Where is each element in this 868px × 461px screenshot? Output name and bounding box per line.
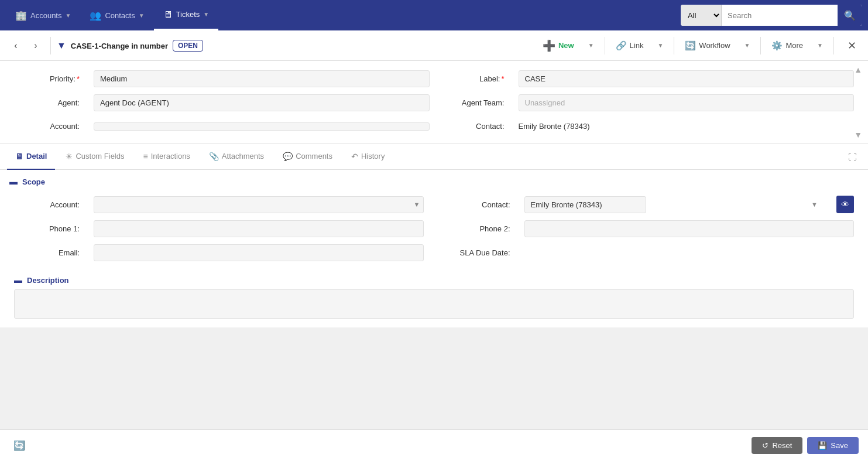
nav-tickets[interactable]: 🖥 Tickets ▼ xyxy=(154,0,219,30)
scope-account-input[interactable] xyxy=(94,196,424,213)
reset-label: Reset xyxy=(772,441,792,450)
tab-detail[interactable]: 🖥 Detail xyxy=(7,144,55,170)
workflow-button[interactable]: 🔄 Workflow xyxy=(679,36,736,56)
contact-value: Emily Bronte (78343) xyxy=(519,118,855,134)
comments-tab-label: Comments xyxy=(296,152,332,161)
tickets-chevron: ▼ xyxy=(203,11,209,18)
description-collapse-button[interactable]: ▬ xyxy=(14,275,22,285)
description-section: ▬ Description xyxy=(0,271,868,327)
ticket-form-grid: Priority: Medium Label: CASE Agent: Agen… xyxy=(14,70,854,134)
contact-label: Contact: xyxy=(439,122,509,131)
search-bar: All 🔍 xyxy=(681,5,862,26)
workflow-dropdown-button[interactable]: ▼ xyxy=(737,36,756,56)
priority-label: Priority: xyxy=(14,74,84,83)
description-section-header: ▬ Description xyxy=(14,271,854,289)
close-button[interactable]: ✕ xyxy=(842,36,861,55)
scope-contact-view-button[interactable]: 👁 xyxy=(836,196,854,213)
scope-phone1-input[interactable] xyxy=(94,220,424,237)
nav-contacts[interactable]: 👥 Contacts ▼ xyxy=(80,0,153,30)
comments-tab-icon: 💬 xyxy=(283,152,293,161)
agent-team-value[interactable]: Unassigned xyxy=(519,94,855,111)
scroll-down-arrow[interactable]: ▼ xyxy=(854,131,862,139)
description-input[interactable] xyxy=(14,289,854,319)
search-button[interactable]: 🔍 xyxy=(838,5,862,26)
search-input[interactable] xyxy=(722,11,838,20)
footer-left: 🔄 xyxy=(9,436,29,456)
tab-attachments[interactable]: 📎 Attachments xyxy=(201,144,272,170)
top-navigation: 🏢 Accounts ▼ 👥 Contacts ▼ 🖥 Tickets ▼ Al… xyxy=(0,0,868,30)
contacts-chevron: ▼ xyxy=(139,12,145,19)
nav-contacts-label: Contacts xyxy=(105,11,135,20)
interactions-tab-icon: ≡ xyxy=(143,152,147,161)
scope-phone1-wrap xyxy=(94,220,424,237)
account-label: Account: xyxy=(14,122,84,131)
agent-label: Agent: xyxy=(14,98,84,107)
account-value[interactable] xyxy=(94,122,430,131)
scope-section-header: ▬ Scope xyxy=(0,170,868,191)
interactions-tab-label: Interactions xyxy=(151,152,190,161)
scroll-up-arrow[interactable]: ▲ xyxy=(854,66,862,74)
scope-email-input[interactable] xyxy=(94,244,424,261)
tab-comments[interactable]: 💬 Comments xyxy=(275,144,341,170)
ticket-collapse-button[interactable]: ▼ xyxy=(57,40,66,51)
tab-interactions[interactable]: ≡ Interactions xyxy=(135,144,198,170)
detail-tab-label: Detail xyxy=(26,152,47,161)
scope-contact-wrap: ▼ 👁 xyxy=(524,196,855,213)
scope-account-wrap: ▼ xyxy=(94,196,424,213)
history-tab-icon: ↶ xyxy=(351,152,358,161)
footer: 🔄 ↺ Reset 💾 Save xyxy=(0,429,868,461)
detail-area: ▬ Scope Account: ▼ Contact: ▼ 👁 Phone 1:… xyxy=(0,170,868,327)
agent-value[interactable]: Agent Doc (AGENT) xyxy=(94,94,430,111)
toolbar-actions: ➕ New ▼ 🔗 Link ▼ 🔄 Workflow ▼ ⚙️ More ▼ xyxy=(537,36,861,56)
more-button[interactable]: ⚙️ More xyxy=(766,36,809,56)
scope-contact-input[interactable] xyxy=(524,196,646,213)
save-button[interactable]: 💾 Save xyxy=(807,437,859,454)
link-dropdown-button[interactable]: ▼ xyxy=(650,36,669,56)
refresh-button[interactable]: 🔄 xyxy=(9,436,29,456)
scope-collapse-button[interactable]: ▬ xyxy=(9,177,18,186)
next-button[interactable]: › xyxy=(27,37,44,54)
link-button[interactable]: 🔗 Link xyxy=(610,36,650,56)
scope-account-label: Account: xyxy=(14,200,84,209)
scope-email-wrap xyxy=(94,244,424,261)
tickets-icon: 🖥 xyxy=(163,9,173,20)
toolbar-divider-2 xyxy=(605,37,605,54)
gear-icon: ⚙️ xyxy=(771,40,783,51)
tabs-bar: 🖥 Detail ✳ Custom Fields ≡ Interactions … xyxy=(0,144,868,170)
scope-contact-label: Contact: xyxy=(433,200,515,209)
new-button[interactable]: ➕ New xyxy=(537,36,580,56)
fullscreen-button[interactable]: ⛶ xyxy=(843,148,861,166)
custom-fields-tab-label: Custom Fields xyxy=(76,152,124,161)
label-label: Label: xyxy=(439,74,509,83)
workflow-icon: 🔄 xyxy=(685,40,696,51)
toolbar-divider-1 xyxy=(50,37,51,54)
footer-right: ↺ Reset 💾 Save xyxy=(752,437,859,454)
search-scope-select[interactable]: All xyxy=(681,5,722,26)
ticket-title-area: ▼ CASE-1-Change in number OPEN xyxy=(57,40,534,52)
more-dropdown-button[interactable]: ▼ xyxy=(810,36,829,56)
accounts-chevron: ▼ xyxy=(65,12,71,19)
nav-accounts-label: Accounts xyxy=(30,11,61,20)
toolbar-divider-5 xyxy=(833,37,834,54)
toolbar: ‹ › ▼ CASE-1-Change in number OPEN ➕ New… xyxy=(0,30,868,61)
scope-phone2-wrap xyxy=(524,220,855,237)
priority-value[interactable]: Medium xyxy=(94,70,430,87)
attachments-tab-icon: 📎 xyxy=(209,152,219,161)
history-tab-label: History xyxy=(361,152,385,161)
ticket-id: CASE-1-Change in number xyxy=(71,40,168,52)
link-icon: 🔗 xyxy=(616,40,627,51)
agent-team-label: Agent Team: xyxy=(439,98,509,107)
nav-accounts[interactable]: 🏢 Accounts ▼ xyxy=(6,0,80,30)
label-value[interactable]: CASE xyxy=(519,70,855,87)
reset-button[interactable]: ↺ Reset xyxy=(752,437,802,454)
save-icon: 💾 xyxy=(818,441,827,450)
new-dropdown-button[interactable]: ▼ xyxy=(581,36,600,56)
scope-phone2-input[interactable] xyxy=(524,220,855,237)
tab-custom-fields[interactable]: ✳ Custom Fields xyxy=(57,144,132,170)
prev-button[interactable]: ‹ xyxy=(7,37,25,54)
contacts-icon: 👥 xyxy=(90,10,101,21)
nav-tickets-label: Tickets xyxy=(176,10,200,19)
custom-fields-tab-icon: ✳ xyxy=(66,152,73,161)
tab-history[interactable]: ↶ History xyxy=(343,144,393,170)
detail-tab-icon: 🖥 xyxy=(15,152,23,161)
